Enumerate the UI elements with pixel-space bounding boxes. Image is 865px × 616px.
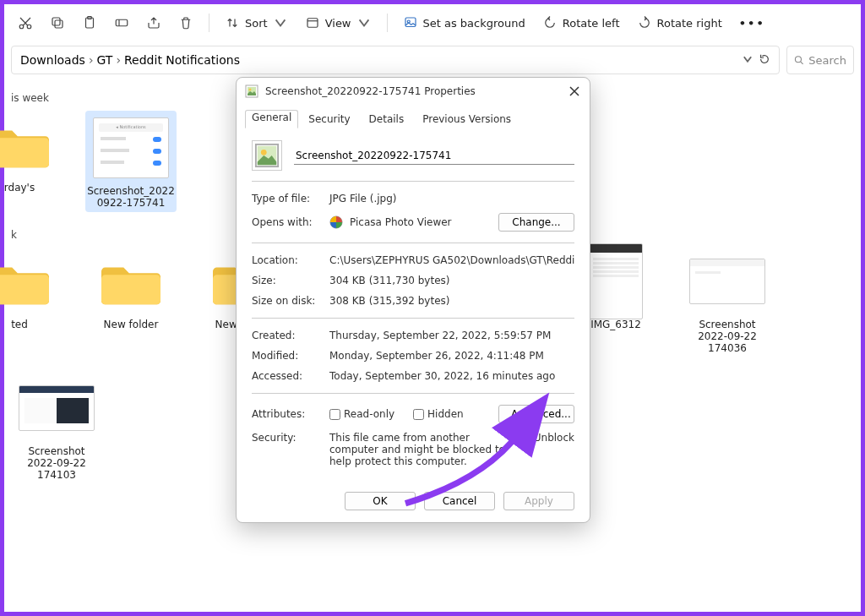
- readonly-checkbox[interactable]: Read-only: [329, 408, 394, 420]
- close-icon[interactable]: [568, 84, 581, 98]
- dialog-title: Screenshot_20220922-175741 Properties: [265, 85, 476, 97]
- copy-button[interactable]: [43, 12, 72, 34]
- security-text: This file came from another computer and…: [329, 432, 513, 467]
- advanced-button[interactable]: Advanced...: [498, 405, 574, 423]
- refresh-icon[interactable]: [759, 53, 770, 68]
- accessed-date: Today, September 30, 2022, 16 minutes ag…: [329, 370, 574, 382]
- svg-rect-7: [307, 19, 318, 28]
- crumb-downloads[interactable]: Downloads: [20, 53, 85, 67]
- folder-icon: [101, 258, 160, 305]
- unblock-checkbox[interactable]: Unblock: [520, 432, 574, 444]
- delete-button[interactable]: [171, 12, 200, 34]
- properties-dialog: Screenshot_20220922-175741 Properties Ge…: [236, 77, 590, 523]
- opens-with: Picasa Photo Viewer: [350, 216, 452, 228]
- picture-icon: [252, 140, 282, 171]
- chevron-right-icon: ›: [89, 53, 94, 67]
- file-item[interactable]: ◂ Notifications Screenshot_2022 0922-175…: [85, 111, 177, 212]
- file-item[interactable]: New folder: [85, 248, 177, 354]
- toolbar: Sort View Set as background Rotate left …: [4, 4, 861, 41]
- breadcrumb[interactable]: Downloads › GT › Reddit Notifications: [11, 46, 780, 74]
- thumbnail: [689, 259, 765, 304]
- sort-button[interactable]: Sort: [218, 12, 295, 34]
- rename-button[interactable]: [107, 12, 136, 34]
- thumbnail: [589, 243, 643, 319]
- thumbnail: [19, 385, 95, 431]
- svg-point-18: [261, 150, 267, 155]
- cancel-button[interactable]: Cancel: [424, 492, 495, 510]
- modified-date: Monday, September 26, 2022, 4:11:48 PM: [329, 350, 574, 362]
- search-input[interactable]: Search: [786, 46, 854, 74]
- crumb-reddit[interactable]: Reddit Notifications: [124, 53, 240, 67]
- file-type: JPG File (.jpg): [329, 193, 574, 204]
- change-app-button[interactable]: Change...: [498, 213, 574, 232]
- share-button[interactable]: [139, 12, 168, 34]
- svg-point-0: [19, 25, 24, 29]
- more-button[interactable]: •••: [732, 14, 772, 33]
- search-icon: [794, 54, 803, 66]
- svg-rect-2: [55, 20, 63, 28]
- created-date: Thursday, September 22, 2022, 5:59:57 PM: [329, 330, 574, 341]
- svg-point-15: [249, 89, 252, 91]
- file-item[interactable]: rday's: [0, 111, 65, 212]
- svg-rect-3: [52, 18, 60, 25]
- tab-details[interactable]: Details: [361, 110, 413, 128]
- location: C:\Users\ZEPHYRUS GA502\Downloads\GT\Red…: [329, 254, 574, 266]
- apply-button[interactable]: Apply: [503, 492, 574, 510]
- hidden-checkbox[interactable]: Hidden: [413, 408, 464, 420]
- tab-previous-versions[interactable]: Previous Versions: [414, 110, 520, 128]
- svg-rect-6: [116, 19, 128, 26]
- tab-security[interactable]: Security: [300, 110, 358, 128]
- tab-general[interactable]: General: [245, 110, 298, 128]
- file-item[interactable]: Screenshot 2022-09-22 174036: [682, 248, 773, 354]
- image-file-icon: [245, 84, 258, 98]
- rotate-left-button[interactable]: Rotate left: [536, 12, 627, 34]
- folder-icon: [0, 258, 49, 305]
- crumb-gt[interactable]: GT: [97, 53, 113, 67]
- svg-point-10: [795, 57, 801, 63]
- file-item[interactable]: ted: [0, 248, 65, 354]
- size: 304 KB (311,730 bytes): [329, 275, 574, 286]
- paste-button[interactable]: [75, 12, 104, 34]
- size-on-disk: 308 KB (315,392 bytes): [329, 295, 574, 307]
- set-background-button[interactable]: Set as background: [396, 12, 532, 34]
- rotate-right-button[interactable]: Rotate right: [630, 12, 729, 34]
- thumbnail: ◂ Notifications: [93, 117, 169, 178]
- picasa-icon: [329, 215, 343, 229]
- cut-button[interactable]: [11, 12, 40, 34]
- folder-icon: [0, 121, 49, 168]
- view-button[interactable]: View: [298, 12, 378, 34]
- chevron-right-icon: ›: [116, 53, 121, 67]
- file-item[interactable]: Screenshot 2022-09-22 174103: [11, 374, 102, 481]
- filename-input[interactable]: [294, 147, 574, 165]
- ok-button[interactable]: OK: [345, 492, 416, 510]
- svg-point-1: [27, 25, 31, 29]
- chevron-down-icon[interactable]: [742, 53, 753, 68]
